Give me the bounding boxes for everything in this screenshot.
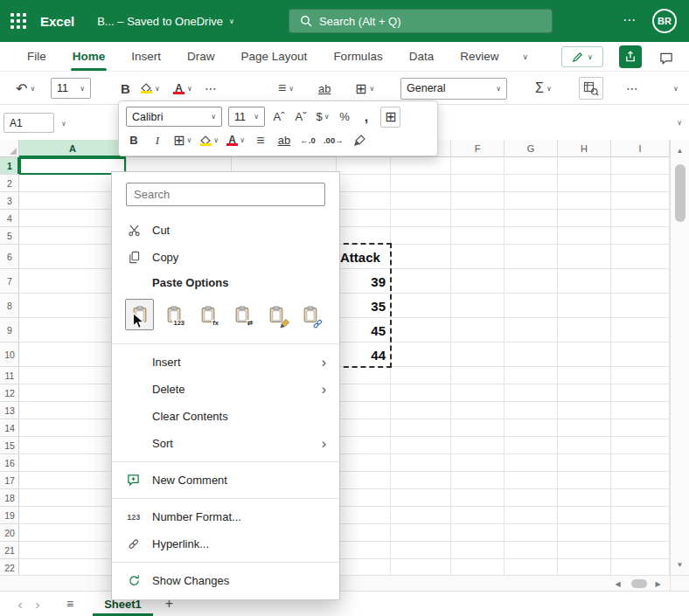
row-header-17[interactable]: 17 (0, 472, 19, 489)
tab-page-layout[interactable]: Page Layout (228, 42, 321, 71)
scroll-left-button[interactable]: ◀ (609, 575, 627, 592)
currency-format-button[interactable]: $ ∨ (315, 107, 331, 128)
row-header-13[interactable]: 13 (0, 402, 19, 419)
row-header-4[interactable]: 4 (0, 210, 19, 227)
collapse-ribbon-icon[interactable]: ∨ (673, 72, 679, 105)
paste-link-button[interactable] (296, 299, 324, 330)
row-header-10[interactable]: 10 (0, 343, 19, 367)
mini-fill-color-button[interactable]: ∨ (199, 130, 219, 151)
vertical-scroll-thumb[interactable] (675, 164, 686, 222)
menu-item-insert[interactable]: Insert › (112, 349, 339, 376)
undo-button[interactable]: ↶ ∨ (16, 72, 35, 105)
row-header-20[interactable]: 20 (0, 524, 19, 542)
comments-button[interactable] (656, 47, 677, 68)
select-all-corner[interactable] (0, 140, 19, 157)
horizontal-scroll-thumb[interactable] (631, 579, 647, 588)
comma-format-button[interactable]: , (358, 107, 374, 128)
mini-bold-button[interactable]: B (126, 130, 142, 151)
menu-item-delete[interactable]: Delete › (112, 376, 339, 403)
prev-sheet-button[interactable]: ‹ (12, 597, 28, 612)
row-header-5[interactable]: 5 (0, 227, 19, 245)
avatar[interactable]: BR (652, 9, 677, 33)
font-name-select[interactable]: Calibri ∨ (126, 107, 222, 127)
format-painter-button[interactable] (351, 130, 367, 151)
row-header-1[interactable]: 1 (0, 157, 19, 175)
paste-formatting-button[interactable] (261, 299, 290, 330)
toolbar-more-icon[interactable]: ⋯ (626, 72, 638, 105)
grow-font-button[interactable]: Aˆ (271, 107, 287, 128)
row-header-16[interactable]: 16 (0, 454, 19, 472)
paste-transpose-button[interactable]: ⇄ (227, 299, 256, 330)
tab-insert[interactable]: Insert (118, 42, 174, 71)
mini-align-button[interactable]: ≡ (253, 130, 268, 151)
increase-decimal-button[interactable]: .00→ (324, 130, 344, 151)
name-box[interactable]: A1 (3, 113, 54, 133)
menu-item-sort[interactable]: Sort › (112, 430, 339, 457)
mini-font-color-button[interactable]: A ∨ (226, 130, 245, 151)
column-header-I[interactable]: I (611, 140, 670, 157)
mini-font-size-select[interactable]: 11 ∨ (228, 107, 265, 127)
tab-data[interactable]: Data (396, 42, 448, 71)
menu-item-number-format[interactable]: 123 Number Format... (112, 503, 339, 530)
mini-wrap-text-button[interactable]: ab (276, 130, 292, 151)
menu-item-hyperlink[interactable]: Hyperlink... (112, 530, 339, 557)
document-title[interactable]: B... – Saved to OneDrive ∨ (97, 15, 234, 28)
font-size-select[interactable]: 11 ∨ (51, 72, 91, 105)
paste-values-button[interactable]: 123 (159, 299, 188, 330)
row-header-2[interactable]: 2 (0, 175, 19, 192)
column-header-G[interactable]: G (505, 140, 558, 157)
decrease-decimal-button[interactable]: ←.0 (300, 130, 316, 151)
row-header-3[interactable]: 3 (0, 192, 19, 210)
tab-draw[interactable]: Draw (174, 42, 228, 71)
menu-search-box[interactable] (126, 183, 325, 206)
column-header-A[interactable]: A (19, 140, 127, 157)
tab-review[interactable]: Review (447, 42, 512, 71)
paste-button[interactable] (125, 299, 154, 330)
titlebar-more-icon[interactable]: ⋯ (623, 12, 637, 28)
percent-format-button[interactable]: % (337, 107, 352, 128)
menu-item-show-changes[interactable]: Show Changes (112, 567, 339, 594)
scroll-up-button[interactable]: ▲ (671, 142, 689, 159)
app-launcher-icon[interactable] (10, 13, 26, 29)
vertical-scrollbar[interactable]: ▲ ▼ (670, 140, 689, 575)
menu-item-new-comment[interactable]: New Comment (112, 467, 339, 494)
row-header-21[interactable]: 21 (0, 542, 19, 559)
scroll-down-button[interactable]: ▼ (671, 556, 689, 573)
menu-search-input[interactable] (134, 188, 317, 201)
format-as-table-button[interactable]: ⊞ (380, 107, 400, 128)
paste-formulas-button[interactable]: fx (193, 299, 222, 330)
row-header-18[interactable]: 18 (0, 489, 19, 507)
find-button[interactable] (579, 77, 603, 100)
tab-home[interactable]: Home (59, 42, 119, 71)
row-header-11[interactable]: 11 (0, 367, 19, 384)
global-search[interactable]: Search (Alt + Q) (289, 9, 553, 33)
editing-mode-button[interactable]: ∨ (561, 46, 603, 67)
row-header-8[interactable]: 8 (0, 294, 19, 318)
shrink-font-button[interactable]: Aˇ (293, 107, 309, 128)
menu-item-clear-contents[interactable]: Clear Contents (112, 403, 339, 430)
tab-file[interactable]: File (14, 42, 59, 71)
scroll-right-button[interactable]: ▶ (649, 575, 667, 592)
next-sheet-button[interactable]: › (30, 597, 45, 612)
row-header-14[interactable]: 14 (0, 419, 19, 437)
mini-italic-button[interactable]: I (150, 130, 165, 151)
more-tabs-chevron-icon[interactable]: ∨ (512, 42, 539, 71)
menu-item-cut[interactable]: Cut (112, 217, 339, 244)
autosum-button[interactable]: Σ ∨ (535, 72, 552, 105)
row-header-12[interactable]: 12 (0, 384, 19, 402)
formula-bar-expand-icon[interactable]: ∨ (677, 119, 682, 127)
share-button[interactable] (619, 45, 642, 68)
column-header-H[interactable]: H (558, 140, 611, 157)
row-header-9[interactable]: 9 (0, 318, 19, 343)
row-header-7[interactable]: 7 (0, 269, 19, 294)
row-header-22[interactable]: 22 (0, 559, 19, 575)
row-header-15[interactable]: 15 (0, 437, 19, 454)
borders-button[interactable]: ⊞ ∨ (173, 130, 191, 151)
name-box-chevron-icon[interactable]: ∨ (61, 120, 66, 128)
row-header-6[interactable]: 6 (0, 245, 19, 269)
column-header-F[interactable]: F (451, 140, 505, 157)
menu-item-copy[interactable]: Copy (112, 244, 339, 271)
all-sheets-icon[interactable]: ≡ (66, 597, 73, 611)
tab-formulas[interactable]: Formulas (320, 42, 395, 71)
row-header-19[interactable]: 19 (0, 507, 19, 524)
